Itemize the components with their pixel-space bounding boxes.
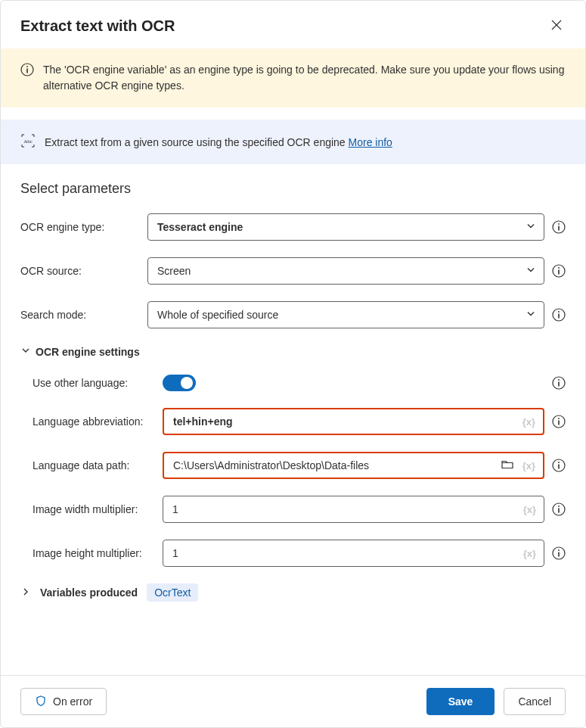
input-height-multiplier[interactable]: 1 {x} (163, 540, 544, 567)
help-icon[interactable] (552, 220, 566, 234)
svg-point-8 (558, 267, 560, 269)
chevron-right-icon (20, 586, 31, 599)
svg-rect-21 (558, 465, 560, 469)
svg-rect-24 (558, 509, 560, 513)
variable-icon[interactable]: {x} (523, 504, 536, 515)
svg-rect-18 (558, 421, 560, 425)
cancel-button[interactable]: Cancel (504, 688, 566, 715)
label-ocr-engine-type: OCR engine type: (20, 221, 140, 233)
close-button[interactable] (547, 16, 566, 36)
row-search-mode: Search mode: Whole of specified source (20, 301, 566, 328)
variables-produced-label: Variables produced (40, 586, 138, 599)
on-error-button[interactable]: On error (20, 688, 107, 715)
on-error-label: On error (53, 695, 92, 708)
svg-rect-12 (558, 314, 560, 319)
close-icon (550, 21, 563, 33)
folder-icon[interactable] (501, 458, 514, 474)
input-width-multiplier[interactable]: 1 {x} (163, 496, 544, 523)
input-language-data-path[interactable]: C:\Users\Administrator\Desktop\Data-file… (163, 452, 544, 479)
help-icon[interactable] (552, 308, 566, 322)
svg-text:Abc: Abc (23, 138, 33, 145)
svg-rect-9 (558, 270, 560, 275)
variable-icon[interactable]: {x} (522, 460, 535, 471)
select-search-mode[interactable]: Whole of specified source (147, 301, 544, 328)
label-height-multiplier: Image height multiplier: (33, 547, 155, 559)
ocr-engine-settings-toggle[interactable]: OCR engine settings (20, 345, 566, 358)
help-icon[interactable] (552, 415, 566, 428)
toggle-use-other-language[interactable] (163, 375, 196, 391)
row-ocr-engine-type: OCR engine type: Tesseract engine (20, 213, 566, 241)
chevron-down-icon (526, 265, 536, 278)
warning-text: The 'OCR engine variable' as an engine t… (43, 62, 566, 94)
help-icon[interactable] (552, 546, 566, 560)
variables-produced-toggle[interactable]: Variables produced OcrText (20, 583, 566, 602)
row-ocr-source: OCR source: Screen (20, 257, 566, 285)
variable-chip-ocrtext[interactable]: OcrText (147, 583, 198, 602)
row-language-data-path: Language data path: C:\Users\Administrat… (33, 452, 566, 479)
svg-rect-27 (558, 552, 560, 557)
svg-point-23 (558, 506, 560, 507)
row-use-other-language: Use other language: (33, 375, 566, 391)
deprecation-warning-banner: The 'OCR engine variable' as an engine t… (1, 48, 585, 107)
dialog-footer: On error Save Cancel (1, 675, 585, 727)
info-icon (20, 63, 34, 79)
input-language-abbreviation[interactable]: tel+hin+eng {x} (163, 408, 544, 435)
svg-rect-6 (558, 226, 560, 231)
svg-rect-2 (26, 69, 28, 73)
help-icon[interactable] (552, 376, 566, 390)
dialog-header: Extract text with OCR (1, 1, 585, 48)
svg-rect-15 (558, 382, 560, 387)
variable-icon[interactable]: {x} (522, 416, 535, 428)
settings-header-label: OCR engine settings (36, 346, 140, 358)
dialog-title: Extract text with OCR (20, 17, 175, 35)
dialog-content: Select parameters OCR engine type: Tesse… (1, 164, 585, 675)
ocr-abc-icon: Abc (20, 133, 36, 151)
select-ocr-engine-type[interactable]: Tesseract engine (147, 213, 544, 241)
row-width-multiplier: Image width multiplier: 1 {x} (33, 496, 566, 523)
chevron-down-icon (526, 309, 536, 322)
svg-point-14 (558, 379, 560, 381)
save-button[interactable]: Save (426, 688, 495, 715)
svg-point-1 (26, 66, 28, 67)
shield-icon (35, 695, 47, 709)
label-language-abbreviation: Language abbreviation: (33, 415, 155, 428)
svg-point-5 (558, 223, 560, 225)
svg-point-17 (558, 418, 560, 419)
label-ocr-source: OCR source: (20, 265, 140, 277)
label-width-multiplier: Image width multiplier: (33, 503, 155, 515)
description-banner: Abc Extract text from a given source usi… (1, 120, 585, 164)
help-icon[interactable] (552, 459, 566, 472)
help-icon[interactable] (552, 502, 566, 516)
label-use-other-language: Use other language: (33, 377, 155, 389)
svg-point-20 (558, 462, 560, 463)
label-search-mode: Search mode: (20, 309, 140, 321)
row-language-abbreviation: Language abbreviation: tel+hin+eng {x} (33, 408, 566, 435)
select-ocr-source[interactable]: Screen (147, 257, 544, 285)
section-title: Select parameters (20, 181, 566, 197)
variable-icon[interactable]: {x} (523, 548, 536, 559)
svg-point-11 (558, 311, 560, 313)
chevron-down-icon (526, 221, 536, 234)
label-language-data-path: Language data path: (33, 459, 155, 471)
help-icon[interactable] (552, 264, 566, 278)
more-info-link[interactable]: More info (349, 136, 392, 148)
ocr-dialog: Extract text with OCR The 'OCR engine va… (0, 0, 586, 728)
row-height-multiplier: Image height multiplier: 1 {x} (33, 540, 566, 567)
svg-point-26 (558, 549, 560, 551)
description-text: Extract text from a given source using t… (45, 136, 392, 148)
chevron-down-icon (20, 345, 31, 358)
